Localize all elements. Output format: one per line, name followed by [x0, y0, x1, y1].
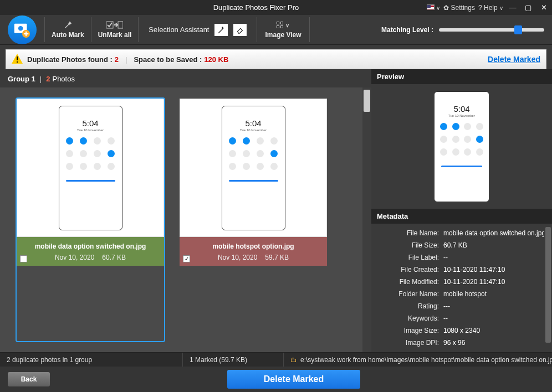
photo-filename: mobile data option switched on.jpg — [21, 243, 160, 250]
back-button[interactable]: Back — [8, 372, 50, 386]
titlebar-controls: ∨ ✿ Settings ? Help ∨ — ▢ ✕ — [427, 3, 550, 12]
app-logo — [0, 15, 44, 44]
meta-value: 1080 x 2340 — [443, 327, 546, 334]
photo-size: 60.7 KB — [102, 254, 126, 261]
folder-icon: 🗀 — [290, 356, 297, 364]
photo-thumbnail: 5:04 Tue 10 November — [180, 99, 327, 237]
metadata-list: File Name:mobile data option switched on… — [371, 224, 552, 352]
found-label: Duplicate Photos found : — [27, 55, 113, 64]
info-bar: Duplicate Photos found : 2 | Space to be… — [6, 49, 546, 69]
scrollbar-thumb[interactable] — [545, 227, 551, 343]
group-header: Group 1 | 2 Photos — [0, 69, 371, 87]
unmark-icon — [106, 20, 123, 29]
group-count: 2 — [46, 75, 50, 83]
meta-key: Rating: — [377, 302, 443, 310]
toolbar: Auto Mark UnMark all Selection Assistant… — [0, 15, 552, 45]
titlebar: Duplicate Photos Fixer Pro ∨ ✿ Settings … — [0, 0, 552, 15]
eraser-icon — [236, 26, 244, 34]
preview-title: Preview — [371, 69, 552, 84]
group-photos-label: Photos — [52, 75, 74, 83]
meta-value: -- — [443, 254, 546, 261]
metadata-title: Metadata — [371, 209, 552, 224]
warning-icon — [12, 54, 23, 65]
help-link[interactable]: ? Help ∨ — [478, 4, 503, 12]
delete-marked-button[interactable]: Delete Marked — [227, 370, 360, 389]
meta-value: 24 — [443, 351, 546, 352]
grid-icon — [277, 22, 283, 28]
slider-thumb[interactable] — [514, 25, 522, 34]
meta-key: File Name: — [377, 229, 443, 237]
meta-value: 60.7 KB — [443, 241, 546, 249]
app-title: Duplicate Photos Fixer Pro — [2, 3, 427, 12]
status-duplicates: 2 duplicate photos in 1 group — [0, 353, 183, 367]
wand-icon — [217, 26, 225, 34]
photo-checkbox[interactable] — [20, 255, 27, 262]
meta-key: File Modified: — [377, 278, 443, 286]
chevron-down-icon: ∨ — [285, 22, 289, 28]
photo-size: 59.7 KB — [265, 254, 289, 261]
chevron-down-icon: ∨ — [499, 5, 503, 11]
status-marked: 1 Marked (59.7 KB) — [183, 353, 284, 367]
meta-key: Image DPI: — [377, 339, 443, 347]
wand-icon — [63, 20, 72, 29]
flag-icon — [427, 4, 435, 10]
photo-date: Nov 10, 2020 — [55, 254, 94, 261]
selection-assistant-label: Selection Assistant — [149, 25, 209, 34]
meta-key: File Created: — [377, 266, 443, 274]
photo-gear-icon — [13, 20, 32, 39]
svg-rect-5 — [17, 56, 18, 60]
chevron-down-icon: ∨ — [436, 5, 440, 11]
maximize-button[interactable]: ▢ — [522, 3, 534, 12]
minimize-button[interactable]: — — [507, 3, 519, 12]
meta-value: mobile data option switched on.jpg — [443, 229, 546, 237]
assist-wand-button[interactable] — [214, 24, 228, 36]
meta-key: Keywords: — [377, 314, 443, 322]
photo-date: Nov 10, 2020 — [218, 254, 257, 261]
photo-card[interactable]: 5:04 Tue 10 November mobile hotspot opti… — [180, 99, 327, 341]
selection-assistant-group: Selection Assistant — [139, 15, 257, 44]
photo-card[interactable]: 5:04 Tue 10 November mobile data option … — [17, 99, 164, 341]
meta-value: 10-11-2020 11:47:10 — [443, 266, 546, 274]
scrollbar-thumb[interactable] — [364, 90, 370, 112]
found-count: 2 — [115, 55, 119, 64]
meta-key: Bit Depth: — [377, 351, 443, 352]
space-label: Space to be Saved : — [134, 55, 202, 64]
matching-level-label: Matching Level : — [381, 26, 433, 34]
assist-eraser-button[interactable] — [233, 24, 247, 36]
meta-value: 10-11-2020 11:47:10 — [443, 278, 546, 286]
scrollbar[interactable] — [362, 87, 371, 352]
svg-point-1 — [18, 25, 23, 30]
svg-rect-6 — [17, 61, 18, 63]
photo-filename: mobile hotspot option.jpg — [184, 243, 323, 250]
scrollbar[interactable] — [544, 227, 552, 349]
status-bar: 2 duplicate photos in 1 group 1 Marked (… — [0, 352, 552, 367]
meta-key: File Label: — [377, 254, 443, 261]
meta-value: --- — [443, 302, 546, 310]
space-value: 120 KB — [204, 55, 228, 64]
group-name: Group 1 — [8, 75, 35, 83]
image-view-button[interactable]: ∨ Image View — [257, 15, 309, 44]
status-path: 🗀 e:\systweak work from home\images\mobi… — [284, 353, 552, 367]
meta-key: File Size: — [377, 241, 443, 249]
photo-thumbnail: 5:04 Tue 10 November — [17, 99, 164, 237]
settings-link[interactable]: ✿ Settings — [443, 4, 475, 12]
meta-key: Folder Name: — [377, 290, 443, 298]
preview-area: 5:04 Tue 10 November — [371, 84, 552, 209]
meta-value: -- — [443, 314, 546, 322]
close-button[interactable]: ✕ — [538, 3, 550, 12]
matching-level-control: Matching Level : — [381, 15, 552, 44]
meta-value: mobile hotspot — [443, 290, 546, 298]
meta-value: 96 x 96 — [443, 339, 546, 347]
delete-marked-link[interactable]: Delete Marked — [488, 55, 540, 64]
photo-checkbox[interactable]: ✓ — [183, 255, 190, 262]
bottom-bar: Back Delete Marked — [0, 367, 552, 392]
unmark-all-button[interactable]: UnMark all — [91, 15, 139, 44]
meta-key: Image Size: — [377, 327, 443, 334]
language-flag[interactable]: ∨ — [427, 4, 440, 12]
matching-slider[interactable] — [439, 28, 544, 32]
svg-rect-4 — [118, 22, 123, 28]
thumbnails-area: 5:04 Tue 10 November mobile data option … — [0, 87, 371, 352]
auto-mark-button[interactable]: Auto Mark — [45, 15, 91, 44]
